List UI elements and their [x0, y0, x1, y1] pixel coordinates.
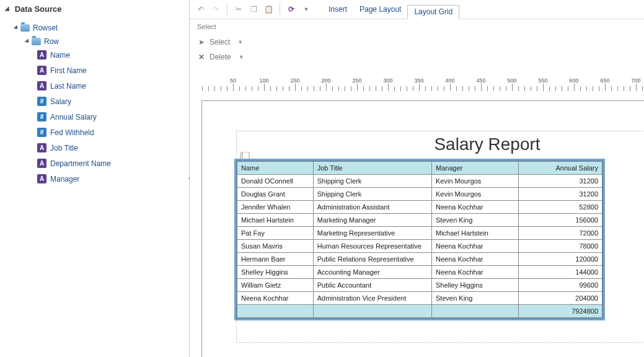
tab-insert[interactable]: Insert	[322, 2, 353, 16]
table-cell[interactable]: Human Resources Representative	[313, 240, 431, 253]
table-row[interactable]: Michael HartsteinMarketing ManagerSteven…	[237, 214, 602, 227]
table-cell[interactable]	[313, 305, 431, 318]
chevron-down-icon[interactable]: ▼	[239, 54, 244, 60]
table-header[interactable]: Job Title	[313, 162, 431, 175]
report-table[interactable]: NameJob TitleManagerAnnual Salary Donald…	[237, 161, 602, 318]
tab-page-layout[interactable]: Page Layout	[353, 2, 407, 16]
table-cell[interactable]: 120000	[518, 253, 602, 266]
tree-node-row[interactable]: Row	[26, 35, 189, 47]
tree-field[interactable]: #Fed Withheld	[37, 126, 189, 138]
table-cell[interactable]	[237, 305, 314, 318]
chevron-down-icon[interactable]	[25, 38, 30, 44]
table-header[interactable]: Name	[237, 162, 314, 175]
table-cell[interactable]: Steven King	[432, 214, 519, 227]
ruler-minor-tick	[469, 86, 469, 91]
table-cell[interactable]: William Gietz	[237, 279, 314, 292]
tree-field[interactable]: ALast Name	[37, 80, 189, 92]
table-cell[interactable]: Jennifer Whalen	[237, 201, 314, 214]
ruler-number: 700	[631, 77, 640, 84]
table-header[interactable]: Annual Salary	[518, 162, 602, 175]
tree-field[interactable]: AJob Title	[37, 142, 189, 154]
table-cell[interactable]: Neena Kochhar	[432, 253, 519, 266]
table-cell[interactable]: Administration Vice President	[313, 292, 431, 305]
table-cell[interactable]: 72000	[518, 227, 602, 240]
table-row[interactable]: William GietzPublic AccountantShelley Hi…	[237, 279, 602, 292]
tree-field[interactable]: AFirst Name	[37, 64, 189, 76]
tree-field[interactable]: #Salary	[37, 95, 189, 107]
collapse-icon[interactable]	[4, 6, 11, 13]
select-button[interactable]: ➤ Select ▼	[196, 35, 638, 49]
copy-button[interactable]: ❐	[247, 2, 260, 16]
table-cell[interactable]: Accounting Manager	[313, 266, 431, 279]
table-cell[interactable]: 52800	[518, 201, 602, 214]
table-cell[interactable]: Shipping Clerk	[313, 175, 431, 188]
table-cell[interactable]: Neena Kochhar	[432, 266, 519, 279]
table-cell[interactable]: 144000	[518, 266, 602, 279]
ruler-minor-tick	[221, 86, 221, 91]
table-cell[interactable]: Hermann Baer	[237, 253, 314, 266]
cut-button[interactable]: ✂	[232, 2, 245, 16]
table-row[interactable]: Jennifer WhalenAdministration AssistantN…	[237, 201, 602, 214]
table-cell[interactable]: 31200	[518, 188, 602, 201]
table-row[interactable]: Hermann BaerPublic Relations Representat…	[237, 253, 602, 266]
paste-button[interactable]: 📋	[262, 2, 275, 16]
ruler-minor-tick	[562, 86, 562, 91]
report-table-frame[interactable]: NameJob TitleManagerAnnual Salary Donald…	[236, 161, 603, 319]
table-row[interactable]: Susan MavrisHuman Resources Representati…	[237, 240, 602, 253]
table-total-row[interactable]: 7924800	[237, 305, 602, 318]
table-row[interactable]: Pat FayMarketing RepresentativeMichael H…	[237, 227, 602, 240]
table-cell[interactable]: Kevin Mourgos	[432, 188, 519, 201]
delete-button[interactable]: ✕ Delete ▼	[196, 50, 638, 64]
table-row[interactable]: Douglas GrantShipping ClerkKevin Mourgos…	[237, 188, 602, 201]
table-cell[interactable]: 7924800	[518, 305, 602, 318]
table-cell[interactable]: Susan Mavris	[237, 240, 314, 253]
refresh-button[interactable]: ⟳	[285, 2, 298, 16]
table-cell[interactable]: Marketing Representative	[313, 227, 431, 240]
tree-field[interactable]: #Annual Salary	[37, 111, 189, 123]
table-cell[interactable]: Administration Assistant	[313, 201, 431, 214]
table-cell[interactable]: Neena Kochhar	[432, 240, 519, 253]
tree-node-rowset[interactable]: Rowset	[15, 22, 189, 33]
tree-field[interactable]: AName	[37, 49, 189, 61]
report-title[interactable]: Salary Report	[202, 134, 644, 154]
table-cell[interactable]: 204000	[518, 292, 602, 305]
table-cell[interactable]: Shelley Higgins	[432, 279, 519, 292]
table-row[interactable]: Donald OConnellShipping ClerkKevin Mourg…	[237, 175, 602, 188]
tree-field[interactable]: AManager	[37, 173, 189, 185]
table-cell[interactable]: Michael Hartstein	[237, 214, 314, 227]
table-cell[interactable]: Public Relations Representative	[313, 253, 431, 266]
table-cell[interactable]: 31200	[518, 175, 602, 188]
table-cell[interactable]: Shipping Clerk	[313, 188, 431, 201]
tree-field[interactable]: ADepartment Name	[37, 157, 189, 169]
chevron-down-icon[interactable]	[14, 25, 19, 30]
table-cell[interactable]: Public Accountant	[313, 279, 431, 292]
table-cell[interactable]: 156000	[518, 214, 602, 227]
design-canvas[interactable]: Salary Report NameJob TitleManagerAnnual…	[190, 91, 644, 357]
data-source-title: Data Source	[15, 4, 62, 14]
table-cell[interactable]: Shelley Higgins	[237, 266, 314, 279]
table-row[interactable]: Shelley HigginsAccounting ManagerNeena K…	[237, 266, 602, 279]
table-cell[interactable]: Michael Hartstein	[432, 227, 519, 240]
table-row[interactable]: Neena KochharAdministration Vice Preside…	[237, 292, 602, 305]
table-cell[interactable]: Neena Kochhar	[237, 292, 314, 305]
redo-button[interactable]: ↷	[209, 2, 223, 16]
table-cell[interactable]: Kevin Mourgos	[432, 175, 519, 188]
table-cell[interactable]	[432, 305, 519, 318]
table-cell[interactable]: Douglas Grant	[237, 188, 314, 201]
table-cell[interactable]: Steven King	[432, 292, 519, 305]
table-cell[interactable]: Pat Fay	[237, 227, 314, 240]
table-header[interactable]: Manager	[432, 162, 519, 175]
chevron-down-icon[interactable]: ▼	[237, 39, 243, 45]
table-cell[interactable]: Neena Kochhar	[432, 201, 519, 214]
table-cell[interactable]: Marketing Manager	[313, 214, 431, 227]
refresh-dropdown[interactable]: ▼	[299, 2, 313, 16]
table-cell[interactable]: Donald OConnell	[237, 175, 314, 188]
tab-layout-grid[interactable]: Layout Grid	[407, 5, 459, 19]
ruler-minor-tick	[382, 86, 382, 91]
table-cell[interactable]: 99600	[518, 279, 602, 292]
table-cell[interactable]: 78000	[518, 240, 602, 253]
undo-button[interactable]: ↶	[194, 2, 208, 16]
data-source-header: Data Source	[0, 0, 189, 17]
ruler-minor-tick	[332, 86, 333, 91]
ruler-minor-tick	[413, 86, 413, 91]
